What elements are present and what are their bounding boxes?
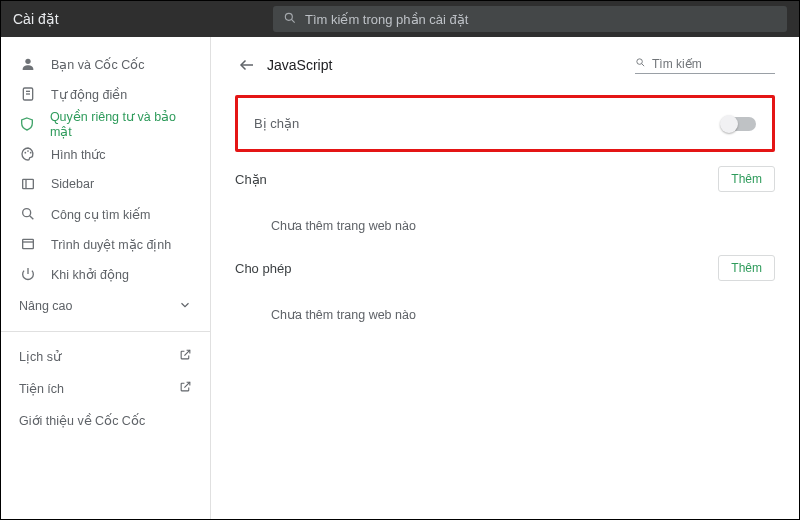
allow-section-title: Cho phép [235, 261, 291, 276]
sidebar-link-extensions[interactable]: Tiện ích [1, 372, 210, 404]
svg-rect-13 [23, 239, 34, 248]
app-header: Cài đặt Tìm kiếm trong phần cài đặt [1, 1, 799, 37]
svg-point-6 [24, 152, 26, 154]
sidebar-item-default-browser[interactable]: Trình duyệt mặc định [1, 229, 210, 259]
sidebar-item-label: Bạn và Cốc Cốc [51, 57, 144, 72]
sidebar-item-label: Quyền riêng tư và bảo mật [50, 109, 192, 139]
sidebar: Bạn và Cốc Cốc Tự động điền Quyền riêng … [1, 37, 211, 519]
sidebar-item-on-startup[interactable]: Khi khởi động [1, 259, 210, 289]
person-icon [19, 55, 37, 73]
sidebar-item-search-engine[interactable]: Công cụ tìm kiếm [1, 199, 210, 229]
blocked-label: Bị chặn [254, 116, 299, 131]
back-button[interactable] [235, 53, 259, 77]
svg-line-12 [30, 216, 34, 220]
chevron-down-icon [178, 298, 192, 315]
svg-point-11 [23, 209, 31, 217]
allow-empty-text: Chưa thêm trang web nào [235, 287, 775, 332]
block-section-title: Chặn [235, 172, 267, 187]
page-header: JavaScript Tìm kiếm [235, 53, 775, 77]
shield-icon [19, 115, 36, 133]
sidebar-link-history[interactable]: Lịch sử [1, 340, 210, 372]
svg-line-1 [291, 19, 294, 22]
external-link-icon [179, 348, 192, 364]
header-search-placeholder: Tìm kiếm trong phần cài đặt [305, 12, 468, 27]
sidebar-about-label: Giới thiệu về Cốc Cốc [19, 413, 145, 428]
search-icon [19, 205, 37, 223]
search-icon [635, 57, 646, 71]
browser-icon [19, 235, 37, 253]
block-add-button[interactable]: Thêm [718, 166, 775, 192]
sidebar-advanced-label: Nâng cao [19, 299, 73, 313]
sidebar-item-label: Sidebar [51, 177, 94, 191]
sidebar-link-label: Lịch sử [19, 349, 61, 364]
palette-icon [19, 145, 37, 163]
svg-point-8 [30, 152, 32, 154]
search-icon [283, 11, 297, 28]
autofill-icon [19, 85, 37, 103]
power-icon [19, 265, 37, 283]
allow-section: Cho phép Thêm Chưa thêm trang web nào [235, 253, 775, 332]
allow-add-button[interactable]: Thêm [718, 255, 775, 281]
sidebar-advanced[interactable]: Nâng cao [1, 289, 210, 323]
svg-point-16 [637, 58, 643, 64]
main-content: JavaScript Tìm kiếm Bị chặn Chặn [211, 37, 799, 519]
blocked-card: Bị chặn [235, 95, 775, 152]
page-title: JavaScript [267, 57, 332, 73]
sidebar-item-label: Tự động điền [51, 87, 127, 102]
sidebar-about[interactable]: Giới thiệu về Cốc Cốc [1, 404, 210, 436]
sidebar-item-label: Khi khởi động [51, 267, 129, 282]
sidebar-item-label: Hình thức [51, 147, 106, 162]
header-search[interactable]: Tìm kiếm trong phần cài đặt [273, 6, 787, 32]
sidebar-item-label: Trình duyệt mặc định [51, 237, 171, 252]
svg-point-7 [27, 150, 29, 152]
blocked-toggle[interactable] [722, 117, 756, 131]
sidebar-item-appearance[interactable]: Hình thức [1, 139, 210, 169]
sidebar-item-autofill[interactable]: Tự động điền [1, 79, 210, 109]
app-title: Cài đặt [13, 11, 273, 27]
sidebar-icon [19, 175, 37, 193]
sidebar-item-label: Công cụ tìm kiếm [51, 207, 150, 222]
sidebar-item-privacy[interactable]: Quyền riêng tư và bảo mật [1, 109, 210, 139]
svg-point-2 [25, 59, 30, 64]
svg-rect-9 [23, 179, 34, 188]
page-search-placeholder: Tìm kiếm [652, 57, 702, 71]
page-search[interactable]: Tìm kiếm [635, 57, 775, 74]
sidebar-item-you-and-coccoc[interactable]: Bạn và Cốc Cốc [1, 49, 210, 79]
block-empty-text: Chưa thêm trang web nào [235, 198, 775, 243]
sidebar-item-sidebar[interactable]: Sidebar [1, 169, 210, 199]
external-link-icon [179, 380, 192, 396]
svg-point-0 [285, 13, 292, 20]
sidebar-link-label: Tiện ích [19, 381, 64, 396]
block-section: Chặn Thêm Chưa thêm trang web nào [235, 164, 775, 243]
svg-line-17 [642, 63, 645, 66]
